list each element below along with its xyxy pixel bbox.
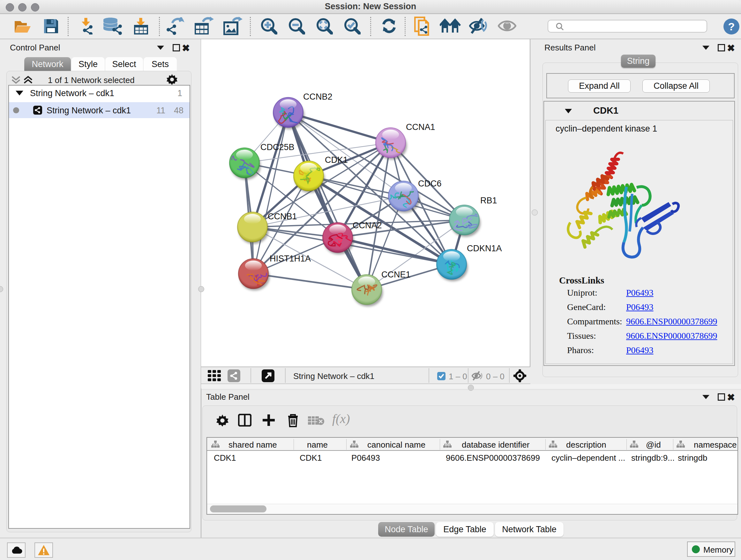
- svg-text:RB1: RB1: [480, 196, 497, 205]
- svg-text:CDKN1A: CDKN1A: [467, 244, 502, 253]
- svg-text:CDC25B: CDC25B: [260, 142, 294, 152]
- svg-text:CCNB1: CCNB1: [268, 212, 297, 221]
- svg-text:CCNB2: CCNB2: [303, 92, 333, 102]
- svg-text:CCNE1: CCNE1: [381, 270, 411, 279]
- svg-text:HIST1H1A: HIST1H1A: [270, 254, 311, 263]
- svg-text:CDC6: CDC6: [418, 179, 442, 188]
- svg-text:CCNA2: CCNA2: [353, 221, 382, 230]
- svg-text:CCNA1: CCNA1: [406, 122, 435, 132]
- svg-text:CDK1: CDK1: [325, 155, 348, 165]
